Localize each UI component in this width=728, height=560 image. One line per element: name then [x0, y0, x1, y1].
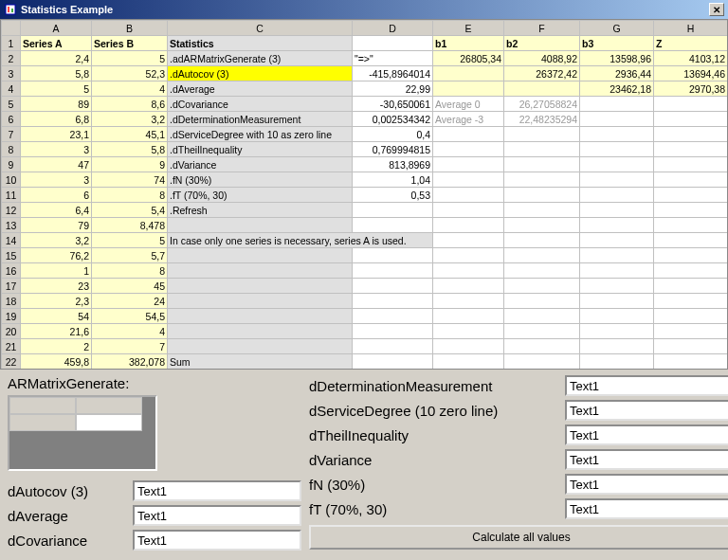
- cell-A20[interactable]: 21,6: [21, 324, 92, 339]
- cell-F4[interactable]: [504, 81, 580, 97]
- row-header[interactable]: 7: [2, 127, 21, 142]
- cell-A9[interactable]: 47: [21, 157, 92, 172]
- cell-A7[interactable]: 23,1: [21, 127, 92, 142]
- cell-C4[interactable]: .dAverage: [168, 81, 353, 97]
- cell-F22[interactable]: [504, 354, 580, 370]
- col-header-H[interactable]: H: [654, 21, 728, 36]
- cell-F21[interactable]: [504, 339, 580, 354]
- cell-D18[interactable]: [353, 294, 433, 309]
- cell[interactable]: 3,2: [21, 233, 92, 248]
- row-header[interactable]: 21: [2, 339, 21, 354]
- cell-F15[interactable]: [504, 248, 580, 263]
- cell-H2[interactable]: 4103,12: [654, 51, 728, 66]
- cell-C8[interactable]: .dTheilInequality: [168, 142, 353, 157]
- cell-B16[interactable]: 8: [92, 263, 168, 279]
- cell-H8[interactable]: [654, 142, 728, 157]
- right-field-input-4[interactable]: [565, 474, 728, 495]
- cell[interactable]: 5: [92, 233, 168, 248]
- cell-C9[interactable]: .dVariance: [168, 157, 353, 172]
- cell-E12[interactable]: [433, 203, 504, 218]
- cell-D2[interactable]: "=>": [353, 51, 433, 66]
- cell-A18[interactable]: 2,3: [21, 294, 92, 309]
- cell-F9[interactable]: [504, 157, 580, 172]
- cell-E15[interactable]: [433, 248, 504, 263]
- row-header[interactable]: 3: [2, 66, 21, 81]
- cell-C18[interactable]: [168, 294, 353, 309]
- cell-H11[interactable]: [654, 188, 728, 203]
- cell-H18[interactable]: [654, 294, 728, 309]
- cell-F7[interactable]: [504, 127, 580, 142]
- cell-C19[interactable]: [168, 309, 353, 324]
- cell-G6[interactable]: [580, 112, 654, 127]
- cell-C5[interactable]: .dCovariance: [168, 97, 353, 112]
- cell-F13[interactable]: [504, 218, 580, 233]
- left-field-input-0[interactable]: [133, 480, 301, 501]
- cell-H7[interactable]: [654, 127, 728, 142]
- row-header[interactable]: 12: [2, 203, 21, 218]
- row-header[interactable]: 11: [2, 188, 21, 203]
- cell-G8[interactable]: [580, 142, 654, 157]
- right-field-input-0[interactable]: [565, 375, 728, 396]
- cell-A2[interactable]: 2,4: [21, 51, 92, 66]
- cell-E2[interactable]: 26805,34: [433, 51, 504, 66]
- header-cell-F[interactable]: b2: [504, 36, 580, 51]
- cell-C12[interactable]: .Refresh: [168, 203, 353, 218]
- cell-H21[interactable]: [654, 339, 728, 354]
- row-header[interactable]: 19: [2, 309, 21, 324]
- cell-C16[interactable]: [168, 263, 353, 279]
- cell-C13[interactable]: [168, 218, 353, 233]
- cell-A22[interactable]: 459,8: [21, 354, 92, 370]
- col-header-F[interactable]: F: [504, 21, 580, 36]
- calculate-button[interactable]: Calculate all values: [309, 525, 728, 550]
- cell-D16[interactable]: [353, 263, 433, 279]
- cell-H22[interactable]: [654, 354, 728, 370]
- cell-D13[interactable]: [353, 218, 433, 233]
- col-header-G[interactable]: G: [580, 21, 654, 36]
- cell-E7[interactable]: [433, 127, 504, 142]
- row-header[interactable]: 13: [2, 218, 21, 233]
- cell-E22[interactable]: [433, 354, 504, 370]
- cell-G5[interactable]: [580, 97, 654, 112]
- cell-C6[interactable]: .dDeterminationMeasurement: [168, 112, 353, 127]
- cell-D8[interactable]: 0,769994815: [353, 142, 433, 157]
- cell-B11[interactable]: 8: [92, 188, 168, 203]
- col-header-C[interactable]: C: [168, 21, 353, 36]
- cell-E8[interactable]: [433, 142, 504, 157]
- row-header[interactable]: 1: [2, 36, 21, 51]
- cell-B2[interactable]: 5: [92, 51, 168, 66]
- cell-G7[interactable]: [580, 127, 654, 142]
- cell-A8[interactable]: 3: [21, 142, 92, 157]
- header-cell-B[interactable]: Series B: [92, 36, 168, 51]
- cell-B4[interactable]: 4: [92, 81, 168, 97]
- cell-D10[interactable]: 1,04: [353, 172, 433, 188]
- col-header-E[interactable]: E: [433, 21, 504, 36]
- cell-B20[interactable]: 4: [92, 324, 168, 339]
- cell-B13[interactable]: 8,478: [92, 218, 168, 233]
- cell-F16[interactable]: [504, 263, 580, 279]
- cell-B22[interactable]: 382,078: [92, 354, 168, 370]
- left-field-input-1[interactable]: [133, 505, 301, 526]
- header-cell-G[interactable]: b3: [580, 36, 654, 51]
- cell-E6[interactable]: Average -3: [433, 112, 504, 127]
- cell-E10[interactable]: [433, 172, 504, 188]
- cell-H20[interactable]: [654, 324, 728, 339]
- row-header[interactable]: 6: [2, 112, 21, 127]
- row-header[interactable]: 4: [2, 81, 21, 97]
- cell-H15[interactable]: [654, 248, 728, 263]
- col-header-B[interactable]: B: [92, 21, 168, 36]
- right-field-input-1[interactable]: [565, 400, 728, 421]
- cell[interactable]: [433, 233, 504, 248]
- left-field-input-2[interactable]: [133, 530, 301, 551]
- cell-C11[interactable]: .fT (70%, 30): [168, 188, 353, 203]
- cell-D21[interactable]: [353, 339, 433, 354]
- row-header[interactable]: 20: [2, 324, 21, 339]
- cell-C17[interactable]: [168, 279, 353, 294]
- cell-F12[interactable]: [504, 203, 580, 218]
- cell-D15[interactable]: [353, 248, 433, 263]
- cell-B10[interactable]: 74: [92, 172, 168, 188]
- cell-B6[interactable]: 3,2: [92, 112, 168, 127]
- cell-A4[interactable]: 5: [21, 81, 92, 97]
- cell-D3[interactable]: -415,8964014: [353, 66, 433, 81]
- cell-F5[interactable]: 26,27058824: [504, 97, 580, 112]
- cell-G11[interactable]: [580, 188, 654, 203]
